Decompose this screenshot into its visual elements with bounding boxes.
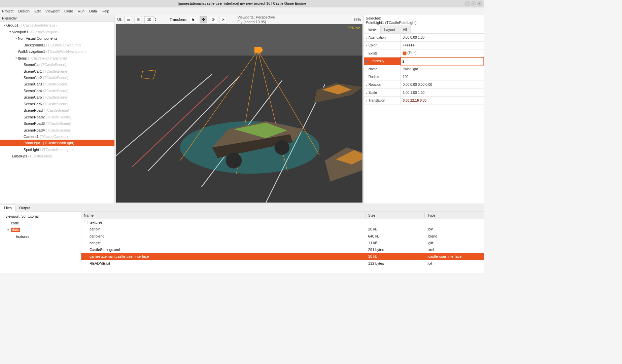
hierarchy-item[interactable]: ▾Group1(TCastleUserInterface) <box>0 22 114 28</box>
titlebar: [gamestatemain.castle-user-interface] my… <box>0 0 484 7</box>
menubar: ProjectDesignEditViewportCodeRunDataHelp <box>0 7 484 15</box>
bottom-panel: FilesOutput viewport_3d_tutorialcode▾dat… <box>0 204 484 273</box>
snap-input[interactable] <box>144 16 154 23</box>
svg-point-17 <box>226 153 242 169</box>
folder-item[interactable]: viewport_3d_tutorial <box>1 213 80 220</box>
hierarchy-item[interactable]: WalkNavigation1(TCastleWalkNavigation) <box>0 48 114 54</box>
ui-label: UI: <box>117 17 122 22</box>
bottom-tab-files[interactable]: Files <box>0 204 15 212</box>
bottom-tabs: FilesOutput <box>0 204 484 212</box>
file-row[interactable]: car.blend640 kB.blend <box>81 233 484 240</box>
bottom-tab-output[interactable]: Output <box>15 204 34 212</box>
fps-label: FPS: xxx <box>348 26 360 29</box>
scale-tool[interactable]: ⤧ <box>220 16 227 23</box>
folder-item[interactable]: code <box>1 220 80 226</box>
property-row[interactable]: ▸Translation0.00 22.16 0.00 <box>364 97 484 104</box>
hierarchy-item[interactable]: SceneRoad4(TCastleScene) <box>0 127 114 133</box>
move-tool[interactable]: ✥ <box>200 16 207 23</box>
zoom-label: 58% <box>353 17 361 22</box>
property-row[interactable]: ▸Radius100 <box>364 73 484 81</box>
property-row[interactable]: ▸Exists✓(True) <box>364 49 484 57</box>
file-row[interactable]: car.gltf11 kB.gltf <box>81 240 484 246</box>
hierarchy-item[interactable]: SceneCar2(TCastleScene) <box>0 74 114 81</box>
menu-project[interactable]: Project <box>2 9 13 13</box>
hierarchy-item[interactable]: SceneCar3(TCastleScene) <box>0 81 114 87</box>
col-name-header[interactable]: Name <box>81 213 366 217</box>
viewport-3d[interactable]: FPS: xxx <box>116 24 362 203</box>
hierarchy-item[interactable]: Background1(TCastleBackground) <box>0 42 114 48</box>
prop-tab-all[interactable]: All <box>399 26 411 33</box>
folder-tree[interactable]: viewport_3d_tutorialcode▾datatextures <box>0 212 81 273</box>
file-row[interactable]: car.bin26 kB.bin <box>81 226 484 232</box>
file-row[interactable]: CastleSettings.xml291 bytes.xml <box>81 246 484 253</box>
selected-label: Selected: <box>366 16 482 20</box>
hierarchy-item[interactable]: SceneCar6(TCastleScene) <box>0 101 114 107</box>
menu-code[interactable]: Code <box>64 9 73 13</box>
inspector-panel: Selected: PointLight1 (TCastlePointLight… <box>364 15 484 204</box>
hierarchy-item[interactable]: LabelFps(TCastleLabel) <box>0 153 114 159</box>
hierarchy-item[interactable]: ▾Items(TCastleRootTransform) <box>0 55 114 61</box>
viewport-toolbar: UI: ▭ ⊞ ▲▼ Transform: ✥ ⟳ ⤧ Viewport1: P… <box>115 15 364 24</box>
select-tool[interactable] <box>190 16 197 23</box>
hierarchy-item[interactable]: Camera1(TCastleCamera) <box>0 133 114 140</box>
svg-rect-0 <box>116 24 362 56</box>
hierarchy-panel: Hierarchy ▾Group1(TCastleUserInterface)▾… <box>0 15 115 204</box>
menu-design[interactable]: Design <box>18 9 30 13</box>
property-row[interactable]: ▸ColorFFFFFF <box>364 41 484 49</box>
hierarchy-item[interactable]: SceneRoad2(TCastleScene) <box>0 114 114 120</box>
property-table: ▸Attenuation0.00 0.00 1.00▸ColorFFFFFF▸E… <box>364 34 484 105</box>
file-header: Name Size Type <box>81 212 484 219</box>
close-icon[interactable]: ✕ <box>477 1 483 6</box>
selected-value: PointLight1 (TCastlePointLight) <box>366 21 482 25</box>
hierarchy-item[interactable]: ▾Non-Visual Components <box>0 35 114 41</box>
property-row[interactable]: ◆▸Intensity <box>364 57 484 65</box>
hierarchy-item[interactable]: SceneCar5(TCastleScene) <box>0 94 114 100</box>
prop-tab-basic[interactable]: Basic <box>364 26 381 34</box>
viewport-camera-info: Viewport1: Perspective <box>238 15 275 20</box>
folder-icon <box>84 221 88 224</box>
hierarchy-header: Hierarchy <box>0 15 114 22</box>
file-row[interactable]: gamestatemain.castle-user-interface10 kB… <box>81 253 484 260</box>
ui-select-tool[interactable]: ▭ <box>125 16 132 23</box>
menu-help[interactable]: Help <box>102 9 109 13</box>
menu-data[interactable]: Data <box>89 9 97 13</box>
hierarchy-item[interactable]: ▾Viewport1(TCastleViewport) <box>0 29 114 35</box>
property-row[interactable]: ▸Rotation0.00 0.00 0.00 0.00 <box>364 81 484 88</box>
hierarchy-item[interactable]: SpotLight1(TCastleSpotLight) <box>0 146 114 153</box>
maximize-icon[interactable]: □ <box>471 1 476 6</box>
hierarchy-item[interactable]: SceneCar(TCastleScene) <box>0 61 114 68</box>
menu-viewport[interactable]: Viewport <box>45 9 60 13</box>
col-type-header[interactable]: Type <box>425 213 484 217</box>
hierarchy-item[interactable]: PointLight1(TCastlePointLight) <box>0 140 114 146</box>
hierarchy-item[interactable]: SceneCar1(TCastleScene) <box>0 68 114 74</box>
property-row[interactable]: ▸NamePointLight1 <box>364 65 484 73</box>
window-title: [gamestatemain.castle-user-interface] my… <box>178 2 306 6</box>
hierarchy-tree[interactable]: ▾Group1(TCastleUserInterface)▾Viewport1(… <box>0 22 114 204</box>
rotate-tool[interactable]: ⟳ <box>210 16 217 23</box>
file-row[interactable]: README.txt132 bytes.txt <box>81 260 484 267</box>
folder-item[interactable]: textures <box>1 233 80 240</box>
hierarchy-item[interactable]: SceneRoad(TCastleScene) <box>0 107 114 113</box>
minimize-icon[interactable]: — <box>464 1 470 6</box>
col-size-header[interactable]: Size <box>366 213 425 217</box>
spinner-down-icon[interactable]: ▼ <box>154 20 157 22</box>
hierarchy-item[interactable]: SceneRoad3(TCastleScene) <box>0 120 114 126</box>
file-list[interactable]: texturescar.bin26 kB.bincar.blend640 kB.… <box>81 219 484 267</box>
transform-label: Transform: <box>170 17 187 22</box>
property-row[interactable]: ▸Scale1.00 1.00 1.00 <box>364 88 484 96</box>
file-row[interactable]: textures <box>81 219 484 226</box>
svg-point-16 <box>274 140 289 155</box>
center-panel: UI: ▭ ⊞ ▲▼ Transform: ✥ ⟳ ⤧ Viewport1: P… <box>115 15 364 204</box>
property-tabs: BasicLayoutAll <box>364 26 484 33</box>
viewport-nav-info: Fly (speed 19.95) <box>238 20 275 24</box>
menu-edit[interactable]: Edit <box>34 9 41 13</box>
ui-add-tool[interactable]: ⊞ <box>135 16 142 23</box>
property-row[interactable]: ▸Attenuation0.00 0.00 1.00 <box>364 34 484 41</box>
prop-tab-layout[interactable]: Layout <box>380 26 399 33</box>
folder-item[interactable]: ▾data <box>1 226 80 233</box>
property-input[interactable] <box>401 58 483 65</box>
file-area: Name Size Type texturescar.bin26 kB.binc… <box>81 212 484 273</box>
checkbox-icon[interactable]: ✓ <box>403 51 407 55</box>
menu-run[interactable]: Run <box>78 9 84 13</box>
hierarchy-item[interactable]: SceneCar4(TCastleScene) <box>0 87 114 94</box>
